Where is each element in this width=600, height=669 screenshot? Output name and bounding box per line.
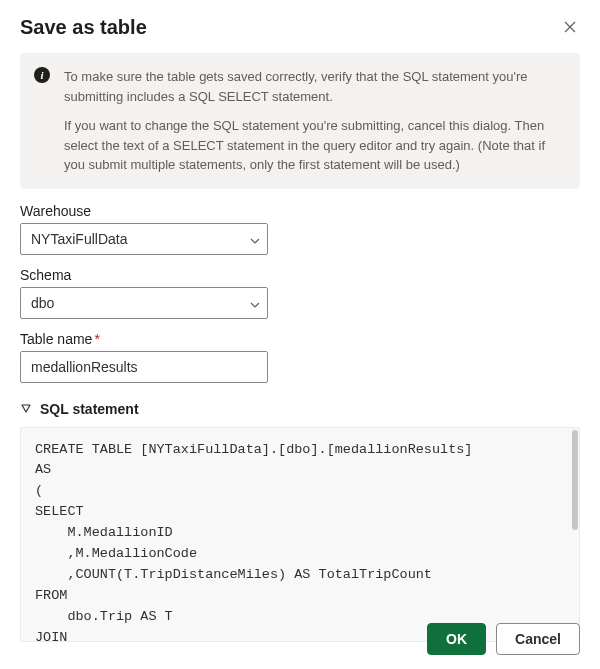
required-indicator: * xyxy=(94,331,99,347)
expand-icon xyxy=(20,401,32,417)
cancel-button[interactable]: Cancel xyxy=(496,623,580,655)
ok-button[interactable]: OK xyxy=(427,623,486,655)
sql-content: CREATE TABLE [NYTaxiFullData].[dbo].[med… xyxy=(35,440,565,642)
close-button[interactable] xyxy=(560,17,580,39)
sql-label: SQL statement xyxy=(40,401,139,417)
info-banner: i To make sure the table gets saved corr… xyxy=(20,53,580,189)
schema-label: Schema xyxy=(20,267,580,283)
warehouse-label: Warehouse xyxy=(20,203,580,219)
warehouse-select[interactable] xyxy=(20,223,268,255)
tablename-input[interactable] xyxy=(20,351,268,383)
close-icon xyxy=(564,20,576,36)
sql-section-header[interactable]: SQL statement xyxy=(20,401,580,417)
info-text-1: To make sure the table gets saved correc… xyxy=(64,67,564,106)
schema-select[interactable] xyxy=(20,287,268,319)
info-icon: i xyxy=(34,67,50,83)
sql-preview[interactable]: CREATE TABLE [NYTaxiFullData].[dbo].[med… xyxy=(20,427,580,642)
dialog-title: Save as table xyxy=(20,16,147,39)
tablename-label: Table name* xyxy=(20,331,580,347)
info-text-2: If you want to change the SQL statement … xyxy=(64,116,564,175)
